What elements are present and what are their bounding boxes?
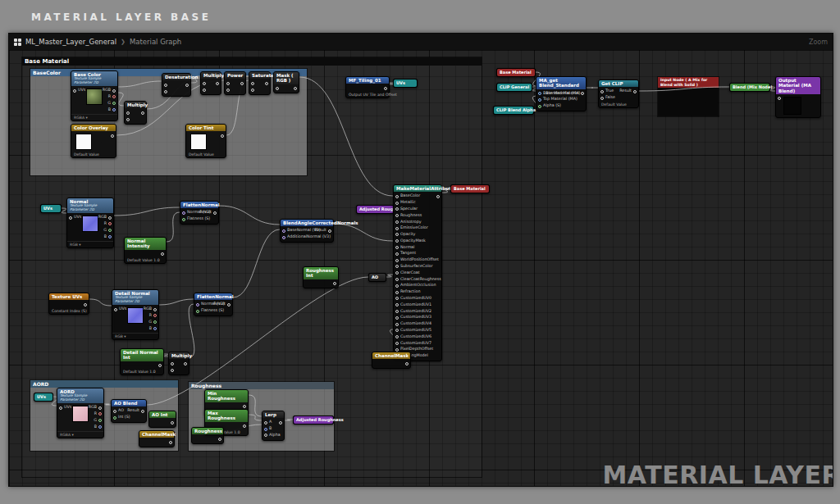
pin-ClearCoat[interactable]: ClearCoat [395, 270, 434, 276]
pin-exec[interactable] [161, 252, 164, 257]
pin-G[interactable]: G [148, 320, 157, 325]
pin-R[interactable]: R [94, 411, 102, 417]
output-pin-icon[interactable] [169, 441, 172, 444]
node-title[interactable]: Desaturation [162, 74, 190, 80]
node-make-material-attributes[interactable]: MakeMaterialAttributesBaseColorMetallicS… [393, 184, 442, 361]
output-pin-icon[interactable] [84, 303, 87, 306]
output-pin-icon[interactable] [111, 134, 114, 138]
output-pin-icon[interactable] [240, 82, 244, 85]
pin-B[interactable]: B [264, 426, 276, 432]
pin-R[interactable]: R [104, 221, 112, 227]
node-title[interactable]: UVs [394, 79, 417, 87]
output-pin-icon[interactable] [112, 102, 116, 105]
node-tex-detail-normal[interactable]: Detail NormalTexture Sample Parameter 2D… [112, 289, 159, 340]
pin-exec[interactable] [276, 86, 279, 92]
input-pin-icon[interactable] [395, 214, 399, 217]
output-pin-icon[interactable] [221, 134, 224, 138]
input-pin-icon[interactable] [196, 303, 199, 306]
pin-UVs[interactable]: UVs [69, 215, 80, 220]
output-pin-icon[interactable] [227, 303, 231, 306]
pin-exec[interactable] [164, 89, 167, 94]
input-pin-icon[interactable] [395, 246, 399, 249]
input-pin-icon[interactable] [395, 329, 399, 332]
output-pin-icon[interactable] [184, 362, 187, 366]
node-title[interactable]: Texture UVs [49, 293, 89, 300]
output-pin-icon[interactable] [633, 90, 637, 93]
input-pin-icon[interactable] [395, 316, 399, 320]
pin-BaseColor[interactable]: BaseColor [395, 193, 434, 199]
pin-UVs[interactable]: UVs [73, 88, 84, 93]
pin-RGB[interactable]: RGB [144, 306, 157, 312]
output-pin-icon[interactable] [112, 108, 116, 111]
pin-exec[interactable] [384, 85, 387, 91]
pin-Flatness (S)[interactable]: Flatness (S) [196, 308, 216, 314]
pin-Metallic[interactable]: Metallic [395, 200, 434, 206]
input-pin-icon[interactable] [182, 218, 185, 221]
input-pin-icon[interactable] [126, 118, 130, 121]
output-pin-icon[interactable] [153, 320, 157, 324]
node-title[interactable]: ChannelMask [139, 431, 174, 438]
pin-UVs[interactable]: UVs [114, 306, 125, 312]
pin-CustomizedUV4[interactable]: CustomizedUV4 [395, 321, 434, 327]
node-get-clip[interactable]: Get CLIPTrueFalseResultDefault Value [598, 79, 639, 108]
node-title[interactable]: Detail NormalTexture Sample Parameter 2D [112, 290, 158, 305]
wire[interactable] [639, 87, 729, 91]
wire[interactable] [386, 275, 393, 277]
node-blend-angle-corrected[interactable]: BlendAngleCorrectedNormalsBaseNormal (V3… [280, 219, 334, 243]
node-title[interactable]: Normal Intensity [125, 238, 166, 250]
node-title[interactable]: Power [225, 72, 245, 79]
node-title[interactable]: CLIP Blend Alpha [494, 107, 533, 114]
node-title[interactable]: Blend (Mix Node) [730, 84, 769, 91]
pin-exec[interactable] [164, 82, 167, 88]
output-pin-icon[interactable] [141, 111, 144, 115]
pin-Specular[interactable]: Specular [395, 207, 434, 212]
input-pin-icon[interactable] [395, 220, 399, 224]
node-title[interactable]: AORDTexture Sample Parameter 2D [57, 388, 103, 403]
node-title[interactable]: Multiply [125, 102, 146, 108]
output-pin-icon[interactable] [436, 195, 440, 198]
output-pin-icon[interactable] [98, 419, 102, 422]
input-pin-icon[interactable] [538, 98, 541, 102]
node-reroute-adjrough-use[interactable]: Adjusted Roughness [356, 205, 395, 214]
node-title[interactable]: Detail Normal Int [121, 349, 163, 361]
wire[interactable] [285, 420, 293, 420]
pin-B[interactable]: B [108, 107, 116, 113]
node-op-desaturation[interactable]: Desaturation [162, 73, 191, 97]
node-tex-basecolor[interactable]: Base ColorTexture Sample Parameter 2DUVs… [71, 70, 118, 121]
input-pin-icon[interactable] [164, 84, 167, 87]
input-pin-icon[interactable] [395, 310, 399, 313]
wire[interactable] [159, 299, 194, 305]
input-pin-icon[interactable] [395, 233, 399, 236]
node-mf-tiling[interactable]: MF_Tiling_01Output UV Tile and Offset [345, 76, 390, 98]
node-title[interactable]: UVs [34, 393, 52, 401]
output-pin-icon[interactable] [279, 421, 282, 425]
output-pin-icon[interactable] [153, 327, 157, 330]
input-pin-icon[interactable] [264, 434, 267, 437]
input-pin-icon[interactable] [73, 89, 76, 93]
node-mf-blend-standard[interactable]: MA_get Blend_StandardBase Material (MA)T… [536, 76, 587, 111]
node-title[interactable]: FlattenNormal [180, 202, 218, 208]
output-pin-icon[interactable] [108, 229, 112, 232]
pin-CustomizedUV5[interactable]: CustomizedUV5 [395, 328, 434, 334]
output-pin-icon[interactable] [161, 252, 164, 256]
pin-CustomizedUV0[interactable]: CustomizedUV0 [395, 296, 434, 302]
pin-False[interactable]: False [600, 95, 615, 101]
wire[interactable] [118, 81, 162, 87]
output-pin-icon[interactable] [98, 412, 102, 415]
pin-B[interactable]: B [104, 234, 112, 240]
node-tex-normal[interactable]: NormalTexture Sample Parameter 2DUVsRGBR… [66, 198, 114, 248]
node-op-lerp[interactable]: LerpABAlpha [262, 411, 285, 441]
pin-exec[interactable] [294, 86, 297, 92]
pin-BaseNormal (V3)[interactable]: BaseNormal (V3) [282, 228, 316, 234]
pin-AO[interactable]: AO [113, 408, 127, 414]
input-pin-icon[interactable] [395, 265, 399, 268]
pin-Result[interactable]: Result [619, 89, 637, 94]
pin-Blended Material[interactable]: Blended Material [546, 91, 584, 97]
input-pin-icon[interactable] [171, 362, 174, 366]
pin-R[interactable]: R [108, 94, 116, 100]
pin-exec[interactable] [169, 439, 172, 445]
node-sparam-rough-int[interactable]: Roughness Int [303, 266, 339, 288]
pin-ClearCoatRoughness[interactable]: ClearCoatRoughness [395, 277, 434, 283]
node-title[interactable]: Color Overlay [71, 125, 116, 131]
node-reroute-clip-alpha[interactable]: CLIP Blend Alpha [493, 106, 534, 115]
